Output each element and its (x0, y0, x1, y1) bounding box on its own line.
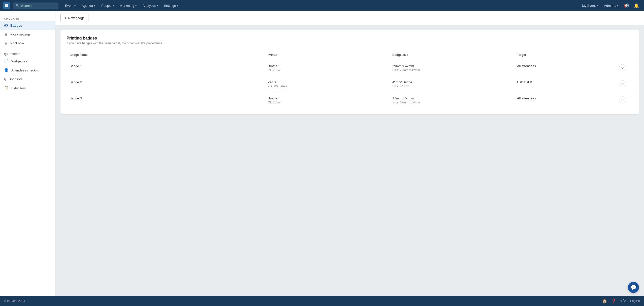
badge-size-cell: 29mm x 42mmSize: 29mm x 42mm (389, 60, 514, 76)
nav-settings[interactable]: Settings ▾ (162, 2, 181, 9)
sidebar-item-label: Kiosk settings (10, 32, 30, 36)
nav-marketing[interactable]: Marketing ▾ (117, 2, 139, 9)
table-header: Badge name Printer Badge size Target (67, 51, 633, 60)
nav-agenda[interactable]: Agenda ▾ (79, 2, 98, 9)
col-header-action (616, 51, 633, 60)
badge-size-cell: 17mm x 54mmSize: 17mm x 54mm (389, 92, 514, 108)
badge-edit-button[interactable]: ↻ (619, 64, 626, 71)
topnav-right: My Event ▾ Admin 1 ▾ 📢 🔔 (579, 2, 641, 10)
sidebar-item-print-now[interactable]: 🖨 Print now (0, 39, 55, 48)
search-icon: 🔍 (16, 4, 20, 8)
qr-section-label: QR CODES (0, 51, 55, 57)
sidebar-item-label: Webpages (11, 59, 27, 63)
sidebar-item-attendees-checkin[interactable]: 👤 Attendees check-in (0, 66, 55, 75)
table-row: Badge 2 ZebraZD 600 Series 4" x 6" Badge… (67, 76, 633, 92)
my-event-button[interactable]: My Event ▾ (579, 2, 600, 9)
badge-name-cell: Badge 3 (67, 92, 265, 108)
table-row: Badge 1 BrotherQL 710W 29mm x 42mmSize: … (67, 60, 633, 76)
table-body: Badge 1 BrotherQL 710W 29mm x 42mmSize: … (67, 60, 633, 108)
badge-size-cell: 4" x 6" BadgeSize: 4" x 6" (389, 76, 514, 92)
badge-edit-button[interactable]: ↻ (619, 80, 626, 87)
sidebar-item-exhibitors[interactable]: 📋 Exhibitors (0, 84, 55, 93)
chevron-down-icon: ▾ (94, 4, 95, 7)
badge-printer-cell: ZebraZD 600 Series (265, 76, 390, 92)
chevron-down-icon: ▾ (617, 4, 618, 7)
kiosk-icon: 🖥 (4, 32, 8, 36)
checkin-section-label: CHECK-IN (0, 15, 55, 21)
sidebar: CHECK-IN 🏷 Badges 🖥 Kiosk settings 🖨 Pri… (0, 11, 55, 296)
sidebar-item-label: Attendees check-in (11, 68, 39, 72)
sidebar-item-label: Sponsors (9, 77, 22, 81)
badge-printer-cell: BrotherQL 810W (265, 92, 390, 108)
card-subtitle: If you have badges with the same target,… (67, 42, 633, 45)
copyright-text: © InEvent 2024 (4, 299, 25, 303)
webpage-icon: 📄 (4, 59, 9, 63)
euro-icon: € (4, 77, 6, 81)
sidebar-item-label: Print now (10, 41, 24, 45)
col-header-size: Badge size (389, 51, 514, 60)
badge-name-cell: Badge 1 (67, 60, 265, 76)
sidebar-item-label: Badges (10, 24, 22, 27)
svg-rect-0 (5, 4, 8, 7)
badge-action-cell: ↻ (616, 92, 633, 108)
help-icon[interactable]: ❓ (611, 299, 616, 303)
table-row: Badge 3 BrotherQL 810W 17mm x 54mmSize: … (67, 92, 633, 108)
card-title: Printing badges (67, 36, 633, 41)
chevron-down-icon: ▾ (113, 4, 114, 7)
content-area: Printing badges If you have badges with … (55, 25, 644, 119)
search-input[interactable] (21, 4, 56, 8)
chevron-down-icon: ▾ (177, 4, 178, 7)
col-header-name: Badge name (67, 51, 265, 60)
badge-target-cell: List: List B (514, 76, 616, 92)
nav-people[interactable]: People ▾ (99, 2, 116, 9)
footer: © InEvent 2024 🏠 ❓ </> English (0, 296, 644, 306)
code-icon[interactable]: </> (620, 299, 626, 303)
exhibitor-icon: 📋 (4, 86, 9, 90)
sidebar-item-label: Exhibitors (11, 86, 26, 90)
megaphone-icon-button[interactable]: 📢 (622, 2, 631, 10)
plus-icon: + (64, 16, 67, 20)
badges-table: Badge name Printer Badge size Target Bad… (67, 51, 633, 108)
print-icon: 🖨 (4, 41, 8, 45)
badge-target-cell: All attendees (514, 60, 616, 76)
nav-event[interactable]: Event ▾ (62, 2, 78, 9)
language-selector[interactable]: English (630, 299, 640, 303)
col-header-printer: Printer (265, 51, 390, 60)
app-logo[interactable] (3, 2, 10, 9)
footer-icons: 🏠 ❓ </> English (602, 299, 640, 303)
badge-action-cell: ↻ (616, 76, 633, 92)
topnav: 🔍 Event ▾ Agenda ▾ People ▾ Marketing ▾ … (0, 0, 644, 11)
badge-name-cell: Badge 2 (67, 76, 265, 92)
badge-edit-button[interactable]: ↻ (619, 96, 626, 103)
main-content: + New badge Printing badges If you have … (55, 11, 644, 296)
chat-bubble-button[interactable]: 💬 (628, 282, 639, 293)
action-bar: + New badge (55, 11, 644, 25)
sidebar-item-kiosk-settings[interactable]: 🖥 Kiosk settings (0, 30, 55, 39)
sidebar-item-sponsors[interactable]: € Sponsors (0, 75, 55, 84)
badge-target-cell: All attendees (514, 92, 616, 108)
chat-icon: 💬 (630, 284, 637, 290)
person-icon: 👤 (4, 68, 9, 72)
home-icon[interactable]: 🏠 (602, 299, 607, 303)
chevron-down-icon: ▾ (135, 4, 137, 7)
chevron-down-icon: ▾ (157, 4, 158, 7)
badges-card: Printing badges If you have badges with … (60, 30, 639, 114)
chevron-down-icon: ▾ (597, 4, 598, 7)
badge-action-cell: ↻ (616, 60, 633, 76)
col-header-target: Target (514, 51, 616, 60)
badge-printer-cell: BrotherQL 710W (265, 60, 390, 76)
nav-analytics[interactable]: Analytics ▾ (140, 2, 160, 9)
new-badge-button[interactable]: + New badge (60, 14, 88, 22)
search-box[interactable]: 🔍 (13, 3, 58, 9)
sidebar-item-badges[interactable]: 🏷 Badges (0, 21, 55, 30)
sidebar-item-webpages[interactable]: 📄 Webpages (0, 57, 55, 66)
chevron-down-icon: ▾ (74, 4, 76, 7)
admin-button[interactable]: Admin 1 ▾ (601, 2, 621, 9)
bell-icon-button[interactable]: 🔔 (632, 2, 641, 10)
badge-icon: 🏷 (4, 23, 8, 28)
